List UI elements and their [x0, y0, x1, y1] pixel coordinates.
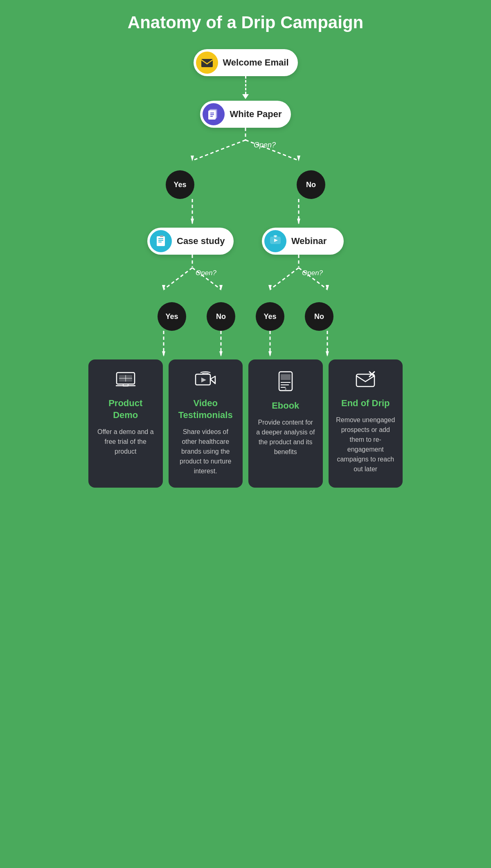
- end-of-drip-icon: [355, 371, 376, 392]
- case-study-icon: [150, 230, 172, 252]
- webinar-label: Webinar: [291, 236, 327, 246]
- ebook-icon: [277, 371, 294, 394]
- svg-line-26: [164, 268, 192, 289]
- arrows-to-cards: [139, 331, 352, 364]
- svg-marker-41: [268, 351, 272, 357]
- product-demo-card: Product Demo Offer a demo and a free tri…: [88, 359, 163, 487]
- ebook-title: Ebook: [272, 400, 299, 412]
- no-circle-1: No: [297, 170, 325, 199]
- svg-marker-12: [297, 156, 300, 161]
- svg-rect-54: [281, 374, 291, 380]
- svg-marker-11: [191, 156, 194, 161]
- svg-marker-52: [201, 377, 206, 382]
- video-testimonials-desc: Share videos of other healthcare brands …: [176, 427, 236, 476]
- svg-rect-0: [201, 59, 213, 67]
- svg-line-32: [270, 268, 299, 289]
- svg-marker-37: [162, 351, 165, 357]
- svg-line-9: [192, 140, 246, 160]
- svg-marker-35: [326, 285, 329, 291]
- product-demo-title: Product Demo: [96, 398, 155, 421]
- svg-rect-17: [157, 236, 165, 246]
- product-demo-desc: Offer a demo and a free trial of the pro…: [96, 427, 155, 457]
- svg-marker-14: [191, 219, 194, 224]
- video-testimonials-title: Video Testimonials: [176, 398, 236, 421]
- svg-marker-43: [326, 351, 329, 357]
- end-of-drip-card: End of Drip Remove unengaged prospects o…: [329, 359, 403, 487]
- product-demo-icon: [115, 371, 136, 392]
- svg-marker-51: [210, 376, 215, 384]
- ebook-desc: Provide content for a deeper analysis of…: [256, 418, 315, 457]
- result-cards: Product Demo Offer a demo and a free tri…: [84, 359, 407, 487]
- svg-marker-39: [219, 351, 223, 357]
- branch-svg-level2: Open? Open?: [139, 255, 352, 308]
- yes-circle-2b: Yes: [256, 302, 284, 331]
- video-testimonials-icon: [195, 371, 216, 392]
- video-testimonials-card: Video Testimonials Share videos of other…: [169, 359, 243, 487]
- branch-svg-1: Open?: [139, 128, 352, 177]
- svg-rect-59: [356, 374, 374, 387]
- svg-marker-16: [297, 219, 300, 224]
- webinar-icon: [264, 230, 286, 252]
- welcome-email-label: Welcome Email: [223, 57, 289, 68]
- welcome-email-node: Welcome Email: [194, 49, 298, 76]
- yes-circle-1: Yes: [166, 170, 194, 199]
- arrow-welcome-to-whitepaper: [242, 76, 249, 101]
- end-of-drip-desc: Remove unengaged prospects or add them t…: [336, 415, 396, 474]
- case-study-node: Case study: [147, 228, 234, 255]
- ebook-card: Ebook Provide content for a deeper analy…: [248, 359, 323, 487]
- case-study-label: Case study: [177, 236, 225, 246]
- arrows-to-level2: [139, 199, 352, 232]
- no-circle-2a: No: [207, 302, 235, 331]
- white-paper-label: White Paper: [230, 109, 282, 120]
- yes-circle-2a: Yes: [158, 302, 186, 331]
- page-title: Anatomy of a Drip Campaign: [128, 12, 363, 33]
- welcome-email-icon: [196, 52, 218, 74]
- white-paper-icon: [203, 103, 225, 125]
- svg-marker-34: [268, 285, 272, 291]
- svg-marker-28: [162, 285, 165, 291]
- webinar-node: Webinar: [262, 228, 344, 255]
- flowchart: Anatomy of a Drip Campaign Welcome Email: [84, 12, 407, 488]
- white-paper-node: White Paper: [200, 101, 291, 128]
- svg-rect-47: [123, 384, 128, 386]
- no-circle-2b: No: [305, 302, 333, 331]
- svg-point-58: [285, 388, 286, 390]
- svg-rect-21: [160, 235, 163, 237]
- svg-marker-29: [219, 285, 223, 291]
- end-of-drip-title: End of Drip: [341, 398, 390, 409]
